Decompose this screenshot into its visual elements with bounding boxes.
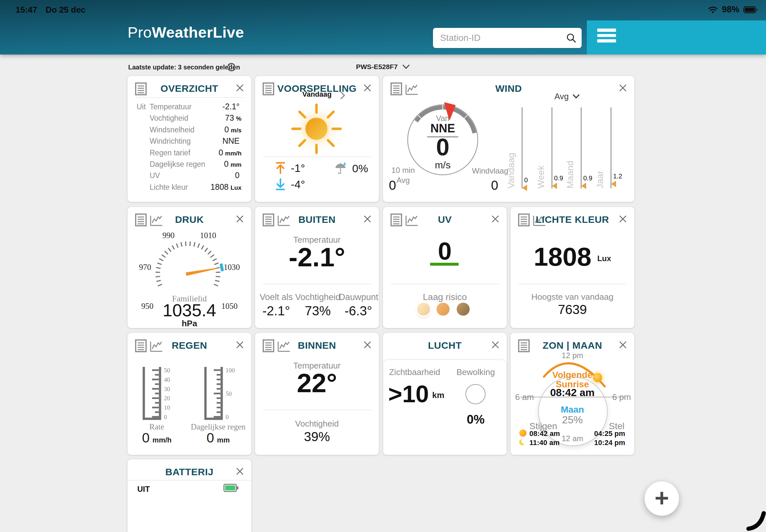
wind-gust-value: 0 xyxy=(472,178,498,193)
gauge-marker xyxy=(220,263,224,272)
wind-bar-jaar: Jaar 1.2 xyxy=(611,107,612,188)
daily-rain-value: 0 mm xyxy=(184,430,252,446)
chevron-down-icon xyxy=(402,64,410,69)
wind-bar-marker[interactable] xyxy=(581,183,586,189)
svg-text:990: 990 xyxy=(162,231,175,240)
high-temp-arrow-icon xyxy=(274,162,286,175)
wind-bar-marker[interactable] xyxy=(522,185,527,191)
wind-gust-label: Windvlaag xyxy=(472,166,508,176)
proweatherlive-dashboard: 15:47 Do 25 dec 98% xyxy=(0,0,766,532)
card-lucht: LUCHT Zichtbaarheid Bewolking >10 km 0% xyxy=(383,333,507,455)
card-title: UV xyxy=(383,214,507,225)
overview-row: Vochtigheid 73% xyxy=(137,113,241,125)
status-date: Do 25 dec xyxy=(46,5,86,15)
close-icon[interactable] xyxy=(236,341,244,349)
overview-row: Regen tarief 0mm/h xyxy=(137,148,241,159)
close-icon[interactable] xyxy=(491,215,500,223)
overview-row: Dagelijkse regen 0mm xyxy=(137,159,241,171)
visibility-value: >10 km xyxy=(383,380,450,408)
wind-speed: 0 xyxy=(404,135,482,160)
forecast-high: -1° xyxy=(274,162,305,175)
wind-bar-marker[interactable] xyxy=(611,181,616,187)
card-title: ZON | MAAN xyxy=(511,340,634,351)
wind-bar-track xyxy=(522,107,523,188)
humidity-label: Vochtigheid xyxy=(255,419,379,429)
svg-text:10: 10 xyxy=(164,404,170,411)
plus-icon: + xyxy=(655,484,669,512)
menu-block xyxy=(587,20,766,54)
uv-risk-label: Laag risico xyxy=(383,292,507,302)
close-icon[interactable] xyxy=(363,341,371,349)
card-regen: REGEN 50403020100 100500 Rate Dagelijkse… xyxy=(127,333,251,455)
forecast-precip: 0% xyxy=(334,162,368,175)
close-icon[interactable] xyxy=(491,341,500,349)
station-search xyxy=(433,28,582,48)
svg-text:1010: 1010 xyxy=(200,231,216,240)
daily-rain-tube: 100500 xyxy=(202,366,257,422)
forecast-day-label: Vandaag xyxy=(255,90,379,99)
uv-skin-dot-light xyxy=(417,303,430,316)
overview-row: Lichte kleur 1808Lux xyxy=(137,182,241,194)
gauge-needle xyxy=(186,267,217,276)
uv-level-bar xyxy=(430,263,459,266)
add-widget-fab[interactable]: + xyxy=(645,481,679,516)
card-title: WIND xyxy=(383,83,634,94)
wind-bar-week: Week 0.9 xyxy=(552,107,553,188)
overview-row: UV 0 xyxy=(137,171,241,182)
rain-rate-value: 0 mm/h xyxy=(128,430,186,446)
app-logo: ProWeatherLive xyxy=(128,23,244,41)
moon-label: Maan xyxy=(511,405,634,415)
overview-row: Uit Temperatuur -2.1° xyxy=(137,102,241,113)
wind-bar-track xyxy=(552,107,553,188)
low-temp-arrow-icon xyxy=(274,178,286,191)
hamburger-menu-icon[interactable] xyxy=(597,29,616,45)
card-title: BUITEN xyxy=(255,214,379,225)
station-id[interactable]: PWS-E528F7 xyxy=(356,63,398,71)
overview-rows: Uit Temperatuur -2.1° Vochtigheid 73% Wi… xyxy=(137,102,241,194)
light-max-value: 7639 xyxy=(511,302,634,317)
svg-text:30: 30 xyxy=(164,386,170,393)
svg-text:0: 0 xyxy=(164,414,167,420)
station-selector[interactable]: PWS-E528F7 xyxy=(0,63,766,71)
battery-icon xyxy=(743,6,758,14)
card-binnen: BINNEN Temperatuur 22° Vochtigheid 39% xyxy=(255,333,379,455)
next-event-label: VolgendeSunrise xyxy=(511,370,634,389)
card-druk: DRUK 950 970 990 1010 1030 1050 Familiel… xyxy=(127,207,251,328)
search-input[interactable] xyxy=(433,28,582,48)
wind-avg-dropdown[interactable]: Avg xyxy=(554,91,580,102)
close-icon[interactable] xyxy=(236,467,244,476)
svg-text:20: 20 xyxy=(164,395,170,402)
close-icon[interactable] xyxy=(236,215,244,223)
temp-value: 22° xyxy=(255,368,379,398)
wind-bar-marker[interactable] xyxy=(552,183,557,189)
update-row: Laatste update: 3 seconden geleden PWS-E… xyxy=(0,61,766,74)
close-icon[interactable] xyxy=(619,84,627,92)
wind-bar-maand: Maand 0.9 xyxy=(581,107,582,188)
close-icon[interactable] xyxy=(363,215,371,223)
svg-text:50: 50 xyxy=(164,367,170,374)
card-title: DRUK xyxy=(128,214,251,225)
card-title: LUCHT xyxy=(383,340,507,351)
svg-text:970: 970 xyxy=(139,263,151,272)
card-buiten: BUITEN Temperatuur -2.1° Voelt als Vocht… xyxy=(255,207,379,328)
status-bar: 15:47 Do 25 dec 98% xyxy=(0,0,766,20)
wind-bar-track xyxy=(611,107,612,188)
chevron-down-icon xyxy=(573,94,580,99)
uv-value: 0 xyxy=(383,237,507,265)
source-label: Uit xyxy=(137,103,150,111)
close-icon[interactable] xyxy=(619,341,627,349)
close-icon[interactable] xyxy=(236,84,244,92)
battery-percent: 98% xyxy=(722,5,739,15)
wind-bar-vandaag: Vandaag 0 xyxy=(522,107,523,188)
wifi-icon xyxy=(708,6,718,14)
card-voorspelling: VOORSPELLING Vandaag xyxy=(255,76,379,202)
cloud-label: Bewolking xyxy=(445,367,507,377)
card-uv: UV 0 Laag risico xyxy=(383,207,507,328)
light-value: 1808 xyxy=(534,242,591,272)
card-zon-maan: ZON | MAAN 12 pm 6 am 6 pm VolgendeSunri… xyxy=(510,333,635,455)
search-icon[interactable] xyxy=(566,33,577,43)
next-event-time: 08:42 am xyxy=(511,387,634,399)
close-icon[interactable] xyxy=(619,215,627,223)
card-overzicht: OVERZICHT Uit Temperatuur -2.1° Vochtigh… xyxy=(127,76,251,202)
light-max-label: Hoogste van vandaag xyxy=(511,292,634,302)
